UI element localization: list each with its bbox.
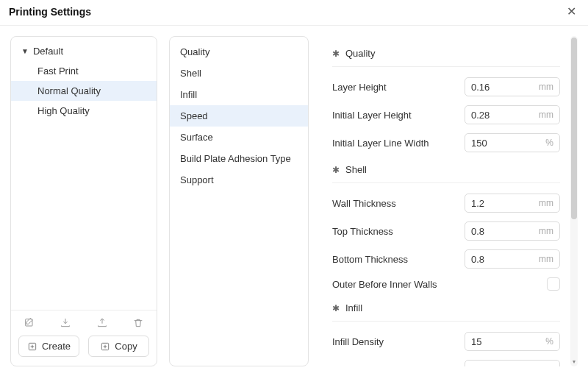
category-surface[interactable]: Surface: [170, 127, 308, 148]
row-infill-density: Infill Density 15 %: [326, 327, 566, 355]
titlebar: Printing Settings ✕: [0, 0, 588, 26]
plus-icon: [27, 341, 37, 352]
row-outer-before-inner: Outer Before Inner Walls: [326, 273, 566, 295]
select-infill-pattern[interactable]: Tri-Hexagon ⌄: [465, 360, 560, 366]
category-support[interactable]: Support: [170, 169, 308, 191]
divider: [332, 66, 560, 67]
profile-group-default[interactable]: ▼ Default: [11, 41, 157, 61]
input-top-thickness[interactable]: 0.8 mm: [465, 221, 560, 241]
category-speed[interactable]: Speed: [170, 105, 308, 127]
divider: [332, 182, 560, 183]
copy-icon: [100, 341, 110, 352]
close-icon[interactable]: ✕: [564, 4, 579, 19]
profile-item-high-quality[interactable]: High Quality: [11, 101, 157, 121]
categories-panel: Quality Shell Infill Speed Surface Build…: [169, 36, 309, 366]
profiles-footer: Create Copy: [11, 310, 157, 366]
input-initial-layer-height[interactable]: 0.28 mm: [465, 105, 560, 124]
section-header-infill[interactable]: ✱ Infill: [326, 295, 566, 318]
scrollbar-thumb[interactable]: [571, 38, 577, 219]
copy-button[interactable]: Copy: [88, 336, 149, 357]
row-bottom-thickness: Bottom Thickness 0.8 mm: [326, 245, 566, 273]
delete-icon[interactable]: [132, 316, 145, 330]
category-build-plate-adhesion[interactable]: Build Plate Adhesion Type: [170, 148, 308, 169]
section-header-quality[interactable]: ✱ Quality: [326, 40, 566, 63]
input-initial-layer-line-width[interactable]: 150 %: [465, 133, 560, 152]
edit-icon[interactable]: [23, 316, 36, 330]
settings-panel-wrap: ✱ Quality Layer Height 0.16 mm Initial L…: [320, 36, 578, 366]
profile-group-label: Default: [33, 46, 63, 57]
content-area: ▼ Default Fast Print Normal Quality High…: [0, 26, 588, 376]
row-layer-height: Layer Height 0.16 mm: [326, 73, 566, 101]
create-button[interactable]: Create: [18, 336, 79, 357]
category-quality[interactable]: Quality: [170, 41, 308, 63]
checkbox-outer-before-inner[interactable]: [547, 277, 560, 291]
profile-item-normal-quality[interactable]: Normal Quality: [11, 81, 157, 101]
chevron-down-icon: ⌄: [548, 366, 559, 367]
gear-icon: ✱: [332, 303, 340, 313]
category-shell[interactable]: Shell: [170, 63, 308, 84]
settings-panel: ✱ Quality Layer Height 0.16 mm Initial L…: [320, 36, 566, 366]
input-infill-density[interactable]: 15 %: [465, 332, 560, 351]
row-infill-pattern: Infill Pattern Tri-Hexagon ⌄: [326, 355, 566, 366]
profile-action-icons: [18, 316, 149, 336]
gear-icon: ✱: [332, 165, 340, 175]
dialog-title: Printing Settings: [9, 6, 91, 18]
row-initial-layer-line-width: Initial Layer Line Width 150 %: [326, 129, 566, 157]
row-initial-layer-height: Initial Layer Height 0.28 mm: [326, 101, 566, 129]
scroll-down-icon[interactable]: ▾: [570, 358, 578, 365]
export-icon[interactable]: [96, 316, 109, 330]
settings-scrollbar[interactable]: ▾: [570, 36, 578, 366]
divider: [332, 321, 560, 322]
category-infill[interactable]: Infill: [170, 84, 308, 105]
section-header-shell[interactable]: ✱ Shell: [326, 157, 566, 180]
label-layer-height: Layer Height: [332, 82, 465, 93]
input-wall-thickness[interactable]: 1.2 mm: [465, 194, 560, 213]
profile-buttons-row: Create Copy: [18, 336, 149, 357]
profiles-panel: ▼ Default Fast Print Normal Quality High…: [10, 36, 157, 366]
input-bottom-thickness[interactable]: 0.8 mm: [465, 249, 560, 269]
chevron-down-icon: ▼: [21, 47, 29, 55]
row-top-thickness: Top Thickness 0.8 mm: [326, 217, 566, 245]
profiles-tree: ▼ Default Fast Print Normal Quality High…: [11, 37, 157, 310]
gear-icon: ✱: [332, 49, 340, 59]
row-wall-thickness: Wall Thickness 1.2 mm: [326, 189, 566, 217]
import-icon[interactable]: [59, 316, 72, 330]
input-layer-height[interactable]: 0.16 mm: [465, 77, 560, 96]
profile-item-fast-print[interactable]: Fast Print: [11, 61, 157, 81]
